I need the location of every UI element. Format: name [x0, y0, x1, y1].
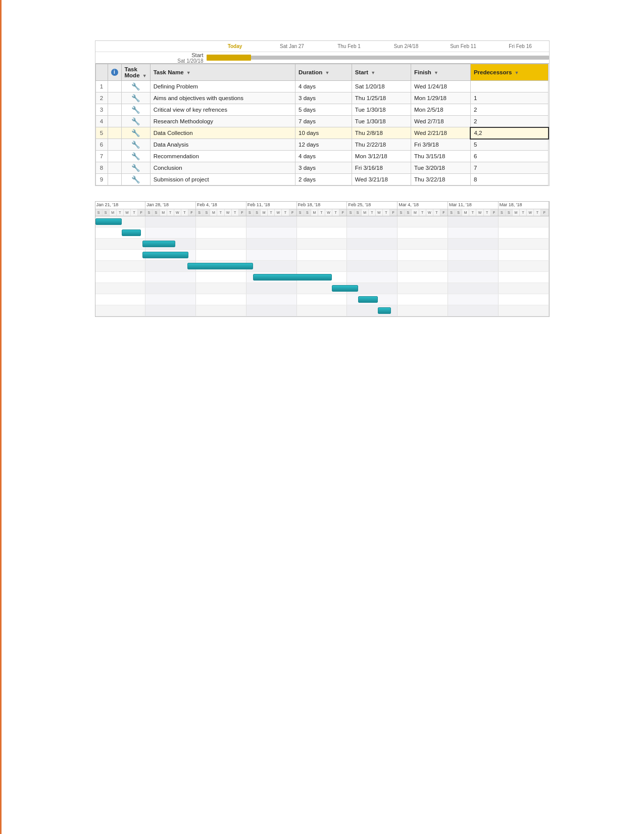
gantt-col [297, 294, 348, 305]
day-header-cell: T [318, 209, 325, 216]
gantt-col [499, 272, 549, 283]
day-header-cell: M [210, 209, 217, 216]
finish-date: Mon 2/5/18 [411, 104, 470, 116]
duration: 7 days [295, 116, 352, 127]
gantt-col [145, 216, 196, 227]
duration: 12 days [295, 139, 352, 151]
gantt-col [196, 305, 246, 316]
finish-date: Fri 3/9/18 [411, 139, 470, 151]
gantt-col [347, 216, 398, 227]
day-header-cell: T [232, 209, 239, 216]
finish-date: Thu 3/22/18 [411, 174, 470, 186]
gantt-col [246, 227, 297, 238]
day-header-cell: F [188, 209, 195, 216]
day-header-cell: T [433, 209, 440, 216]
gantt-col [95, 283, 146, 294]
gantt-chart-section: Jan 21, '18Jan 28, '18Feb 4, '18Feb 11, … [95, 201, 550, 317]
day-header-cell: S [246, 209, 254, 216]
finish-date: Wed 1/24/18 [411, 81, 470, 92]
header-finish: Finish ▼ [411, 64, 470, 81]
date-label-5: Fri Feb 16 [492, 43, 549, 49]
gantt-col [297, 227, 348, 238]
task-mode: 🔧 [121, 104, 150, 116]
start-date: Sat 1/20/18 [177, 58, 203, 64]
finish-date: Thu 3/15/18 [411, 151, 470, 162]
task-name: Critical view of key refrences [150, 104, 295, 116]
day-header-cell: T [117, 209, 124, 216]
row-info [108, 174, 121, 186]
gantt-row [95, 305, 549, 316]
page-container: Today Sat Jan 27 Thu Feb 1 Sun 2/4/18 Su… [95, 40, 550, 317]
gantt-col [398, 283, 448, 294]
header-start: Start ▼ [352, 64, 411, 81]
timeline-start-row: Start Sat 1/20/18 [95, 52, 549, 63]
row-info [108, 116, 121, 127]
gantt-grid [95, 283, 549, 294]
gantt-week-labels: Jan 21, '18Jan 28, '18Feb 4, '18Feb 11, … [95, 202, 549, 209]
finish-date: Tue 3/20/18 [411, 162, 470, 174]
timeline-header: Today Sat Jan 27 Thu Feb 1 Sun 2/4/18 Su… [95, 41, 549, 64]
start-label: Start [191, 52, 203, 58]
predecessors: 5 [470, 139, 548, 151]
gantt-col [448, 227, 499, 238]
predecessors: 8 [470, 174, 548, 186]
gantt-grid [95, 227, 549, 238]
gantt-day-header-week: SSMTWTF [448, 209, 499, 216]
gantt-col [499, 216, 549, 227]
day-header-cell: T [181, 209, 188, 216]
gantt-row [95, 294, 549, 305]
gantt-col [246, 283, 297, 294]
day-header-cell: F [390, 209, 397, 216]
day-header-cell: W [275, 209, 282, 216]
gantt-row [95, 227, 549, 239]
day-header-cell: S [448, 209, 455, 216]
gantt-day-header-week: SSMTWTF [196, 209, 246, 216]
timeline-gray-bar [251, 56, 549, 60]
gantt-col [347, 239, 398, 249]
gantt-day-header-week: SSMTWTF [499, 209, 549, 216]
task-name: Data Collection [150, 127, 295, 139]
day-header-cell: F [541, 209, 548, 216]
gantt-col [246, 250, 297, 260]
day-header-cell: T [419, 209, 426, 216]
gantt-grid [95, 216, 549, 227]
day-header-cell: M [462, 209, 469, 216]
day-header-cell: W [527, 209, 534, 216]
day-header-cell: W [225, 209, 232, 216]
gantt-bar [358, 296, 378, 303]
row-info [108, 104, 121, 116]
day-header-cell: S [499, 209, 506, 216]
gantt-col [196, 250, 246, 260]
task-name: Submission of project [150, 174, 295, 186]
day-header-cell: F [289, 209, 296, 216]
gantt-col [196, 227, 246, 238]
info-icon: i [111, 69, 118, 76]
row-num: 3 [95, 104, 108, 116]
gantt-col [145, 294, 196, 305]
gantt-col [448, 250, 499, 260]
duration: 3 days [295, 162, 352, 174]
task-name: Aims and objectives with questions [150, 92, 295, 104]
task-mode-icon: 🔧 [131, 106, 140, 114]
date-label-3: Sun 2/4/18 [378, 43, 435, 49]
gantt-col [499, 261, 549, 271]
finish-date: Mon 1/29/18 [411, 92, 470, 104]
predecessors: 2 [470, 116, 548, 127]
gantt-col [347, 250, 398, 260]
gantt-col [448, 283, 499, 294]
gantt-day-header-week: SSMTWTF [297, 209, 348, 216]
day-header-cell: W [476, 209, 483, 216]
gantt-bar [253, 274, 332, 281]
gantt-day-header-week: SSMTWTF [347, 209, 398, 216]
gantt-col [196, 294, 246, 305]
today-bar [207, 55, 251, 61]
table-row: 8 🔧 Conclusion 3 days Fri 3/16/18 Tue 3/… [95, 162, 549, 174]
gantt-col [347, 272, 398, 283]
gantt-col [145, 283, 196, 294]
gantt-col [499, 227, 549, 238]
start-label-cell: Start Sat 1/20/18 [101, 52, 207, 64]
task-mode: 🔧 [121, 151, 150, 162]
day-header-cell: T [332, 209, 339, 216]
gantt-col [448, 272, 499, 283]
row-num: 4 [95, 116, 108, 127]
